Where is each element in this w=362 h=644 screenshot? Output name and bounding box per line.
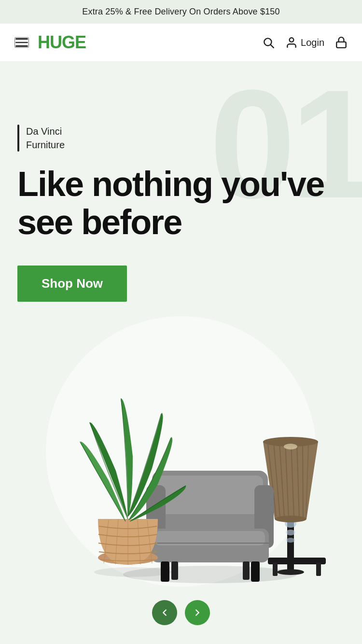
- search-icon: [262, 36, 275, 49]
- svg-rect-33: [243, 561, 250, 580]
- svg-rect-32: [171, 561, 178, 580]
- svg-point-8: [286, 530, 295, 535]
- svg-line-1: [271, 45, 274, 48]
- furniture-area: [17, 316, 345, 587]
- shop-now-button[interactable]: Shop Now: [17, 266, 127, 302]
- svg-point-22: [284, 444, 297, 449]
- arrow-left-icon: [159, 607, 170, 618]
- svg-point-2: [290, 38, 294, 42]
- svg-point-9: [286, 538, 295, 543]
- account-button[interactable]: Login: [285, 36, 324, 49]
- scene-svg: [31, 336, 331, 587]
- cart-icon: [335, 36, 348, 49]
- promo-text: Extra 25% & Free Delivery On Orders Abov…: [82, 7, 279, 16]
- user-icon: [285, 36, 298, 49]
- prev-arrow-button[interactable]: [152, 600, 177, 625]
- hero-headline: Like nothing you've see before: [17, 165, 345, 241]
- hero-section: 01 Da VinciFurniture Like nothing you've…: [0, 62, 362, 637]
- svg-point-5: [94, 567, 171, 577]
- arrow-right-icon: [192, 607, 203, 618]
- brand-label: Da VinciFurniture: [17, 125, 345, 152]
- header-icons: Login: [262, 36, 348, 49]
- next-arrow-button[interactable]: [185, 600, 210, 625]
- menu-line-3: [15, 45, 28, 47]
- promo-banner: Extra 25% & Free Delivery On Orders Abov…: [0, 0, 362, 24]
- svg-point-10: [277, 569, 304, 575]
- header: HUGE Login: [0, 24, 362, 62]
- menu-line-2: [15, 42, 28, 43]
- nav-arrows: [17, 587, 345, 637]
- site-logo[interactable]: HUGE: [38, 32, 262, 53]
- svg-rect-42: [316, 562, 321, 576]
- menu-line-1: [15, 38, 28, 40]
- search-button[interactable]: [262, 36, 275, 49]
- menu-button[interactable]: [14, 37, 29, 48]
- brand-label-bar: [17, 125, 19, 152]
- furniture-illustration: [31, 336, 331, 587]
- cart-button[interactable]: [335, 36, 348, 49]
- brand-name: Da VinciFurniture: [26, 125, 65, 152]
- svg-rect-41: [273, 562, 278, 576]
- svg-rect-3: [336, 42, 346, 48]
- svg-rect-31: [251, 561, 260, 582]
- svg-rect-30: [161, 561, 169, 582]
- svg-point-21: [275, 516, 306, 522]
- login-label: Login: [301, 37, 324, 48]
- svg-line-18: [303, 443, 303, 518]
